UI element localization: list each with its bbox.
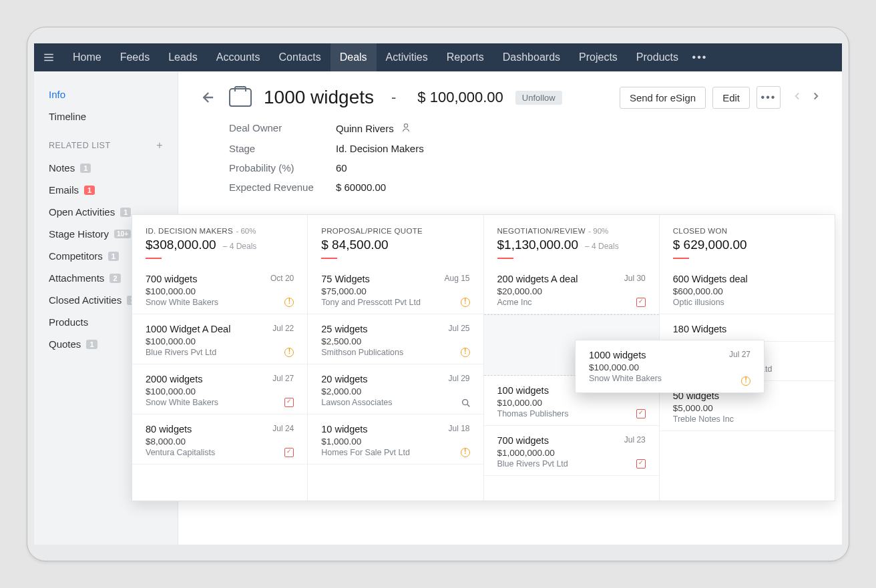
nav-tab-activities[interactable]: Activities — [377, 43, 437, 71]
send-esign-button[interactable]: Send for eSign — [620, 87, 706, 109]
nav-more-icon[interactable]: ••• — [688, 51, 712, 63]
card-company: Ventura Capitalists — [146, 448, 294, 457]
card-name: 20 widgets — [321, 374, 469, 384]
card-company: Treble Notes Inc — [673, 414, 821, 424]
next-record-icon[interactable] — [810, 90, 822, 105]
card-amount: $100,000.00 — [146, 336, 294, 346]
sidebar-item-emails[interactable]: Emails1 — [34, 179, 178, 201]
card-name: 2000 widgets — [146, 374, 294, 384]
menu-icon[interactable] — [34, 51, 63, 63]
stage-name: NEGOTIATION/REVIEW — [497, 227, 586, 235]
card-date: Jul 29 — [448, 374, 469, 383]
deal-card[interactable]: Jul 272000 widgets$100,000.00Snow White … — [132, 364, 307, 414]
nav-tab-projects[interactable]: Projects — [570, 43, 627, 71]
badge: 1 — [108, 252, 119, 261]
nav-tab-deals[interactable]: Deals — [331, 43, 377, 71]
deal-count: – 4 Deals — [223, 242, 257, 251]
card-company: Snow White Bakers — [589, 374, 750, 383]
more-actions-icon[interactable]: ••• — [756, 86, 781, 109]
badge: 1 — [80, 164, 91, 173]
card-company: Thomas Publishers — [497, 409, 646, 418]
deal-card[interactable]: Jul 23700 widgets$1,000,000.00Blue River… — [484, 426, 659, 476]
card-company: Smithson Publications — [321, 348, 469, 357]
edit-button[interactable]: Edit — [712, 87, 750, 109]
top-nav: HomeFeedsLeadsAccountsContactsDealsActiv… — [34, 43, 842, 71]
stage-amount: $1,130,000.00 — [497, 238, 579, 252]
task-icon — [284, 448, 294, 457]
nav-tab-home[interactable]: Home — [63, 43, 111, 71]
stage-pct: - 90% — [588, 227, 608, 235]
deal-card[interactable]: Jul 2480 widgets$8,000.00Ventura Capital… — [132, 414, 307, 465]
back-arrow-icon[interactable] — [198, 88, 217, 107]
card-amount: $1,000.00 — [321, 436, 469, 447]
card-amount: $2,500.00 — [321, 336, 469, 346]
badge: 1 — [86, 340, 97, 349]
card-amount: $5,000.00 — [673, 403, 821, 413]
card-name: 700 widgets — [497, 435, 646, 446]
card-date: Jul 27 — [729, 350, 750, 359]
card-date: Jul 22 — [272, 324, 294, 333]
search-icon — [461, 398, 470, 407]
task-icon — [636, 459, 646, 469]
card-amount: $8,000.00 — [146, 436, 294, 447]
card-date: Oct 20 — [270, 274, 294, 283]
add-related-icon[interactable]: + — [156, 139, 163, 152]
sidebar-item-notes[interactable]: Notes1 — [34, 157, 178, 179]
deal-card[interactable]: Oct 20700 widgets$100,000.00Snow White B… — [132, 264, 307, 314]
card-company: Lawson Associates — [321, 398, 469, 407]
stage-name: CLOSED WON — [673, 227, 728, 235]
nav-tab-reports[interactable]: Reports — [437, 43, 493, 71]
deal-count: – 4 Deals — [585, 242, 619, 251]
card-name: 10 widgets — [321, 424, 469, 434]
deal-owner-value: Quinn Rivers — [336, 123, 394, 134]
deal-card[interactable]: Jul 30200 widgets A deal$20,000.00Acme I… — [484, 264, 659, 314]
card-amount: $100,000.00 — [146, 386, 294, 396]
warn-icon — [461, 348, 470, 357]
deal-card[interactable]: Jul 221000 Widget A Deal$100,000.00Blue … — [132, 314, 307, 364]
warn-icon — [741, 376, 750, 386]
nav-tab-feeds[interactable]: Feeds — [111, 43, 159, 71]
unfollow-button[interactable]: Unfollow — [515, 91, 562, 105]
person-icon — [401, 122, 411, 135]
card-date: Jul 24 — [272, 424, 294, 433]
stage-amount: $ 84,500.00 — [321, 238, 388, 252]
card-company: Optic illusions — [673, 298, 821, 307]
deal-card[interactable]: 180 Widgets — [660, 314, 835, 342]
task-icon — [636, 298, 646, 307]
card-amount: $2,000.00 — [321, 386, 469, 396]
deal-amount: $ 100,000.00 — [417, 89, 503, 106]
card-company: Blue Rivers Pvt Ltd — [497, 459, 646, 469]
nav-tab-dashboards[interactable]: Dashboards — [493, 43, 570, 71]
nav-tab-products[interactable]: Products — [627, 43, 688, 71]
card-date: Jul 23 — [624, 435, 646, 445]
card-name: 600 Widgets deal — [673, 274, 821, 284]
sidebar-info[interactable]: Info — [34, 83, 178, 105]
stage-name: ID. DECISION MAKERS — [146, 227, 233, 235]
deal-title: 1000 widgets — [264, 87, 374, 108]
nav-tab-leads[interactable]: Leads — [159, 43, 207, 71]
stage-name: PROPOSAL/PRICE QUOTE — [321, 227, 423, 235]
stage-pct: - 60% — [236, 227, 256, 235]
card-company: Homes For Sale Pvt Ltd — [321, 448, 469, 457]
card-company: Snow White Bakers — [146, 398, 294, 407]
deal-card[interactable]: Aug 1575 Widgets$75,000.00Tony and Press… — [308, 264, 483, 314]
nav-tab-accounts[interactable]: Accounts — [207, 43, 270, 71]
card-date: Jul 30 — [624, 274, 646, 283]
deal-card[interactable]: Jul 2525 widgets$2,500.00Smithson Public… — [308, 314, 483, 364]
badge: 1 — [84, 186, 95, 195]
deal-card[interactable]: 600 Widgets deal$600,000.00Optic illusio… — [660, 264, 835, 314]
dragging-card[interactable]: Jul 27 1000 widgets $100,000.00 Snow Whi… — [575, 340, 764, 393]
sidebar-timeline[interactable]: Timeline — [34, 105, 178, 127]
badge: 10+ — [114, 230, 131, 238]
stage-amount: $ 629,000.00 — [673, 238, 747, 252]
deal-card[interactable]: Jul 2920 widgets$2,000.00Lawson Associat… — [308, 364, 483, 414]
nav-tab-contacts[interactable]: Contacts — [270, 43, 331, 71]
related-list-header: RELATED LIST + — [34, 127, 178, 157]
card-amount: $1,000,000.00 — [497, 448, 646, 458]
probability-value: 60 — [336, 162, 347, 174]
deal-card[interactable]: Jul 1810 widgets$1,000.00Homes For Sale … — [308, 414, 483, 465]
card-date: Aug 15 — [444, 274, 469, 283]
warn-icon — [461, 298, 470, 307]
card-name: 25 widgets — [321, 324, 469, 334]
prev-record-icon[interactable] — [791, 90, 803, 105]
